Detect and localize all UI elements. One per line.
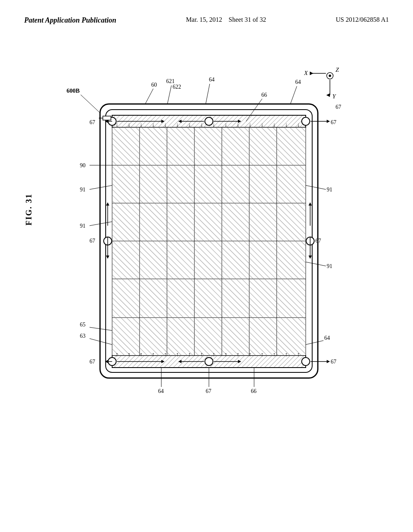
svg-rect-28 — [195, 128, 221, 165]
svg-rect-64 — [222, 318, 249, 355]
svg-text:64: 64 — [324, 335, 330, 341]
svg-rect-51 — [250, 241, 276, 278]
svg-line-159 — [306, 185, 326, 189]
svg-rect-31 — [277, 128, 305, 165]
svg-text:↑: ↑ — [176, 351, 179, 357]
svg-marker-132 — [309, 202, 312, 206]
svg-marker-114 — [178, 120, 181, 123]
svg-line-141 — [167, 85, 171, 104]
svg-text:↑: ↑ — [213, 351, 215, 357]
svg-text:↓: ↓ — [249, 122, 252, 128]
svg-rect-59 — [277, 279, 305, 317]
svg-rect-41 — [167, 204, 194, 241]
svg-text:66: 66 — [261, 92, 267, 98]
svg-line-167 — [90, 327, 112, 330]
svg-point-99 — [108, 117, 116, 125]
svg-point-106 — [306, 237, 314, 245]
svg-rect-36 — [222, 166, 249, 203]
svg-rect-13 — [112, 127, 306, 355]
svg-line-137 — [81, 95, 100, 113]
svg-text:621: 621 — [166, 78, 175, 84]
svg-rect-32 — [113, 166, 139, 203]
svg-rect-30 — [250, 128, 276, 165]
svg-text:↓: ↓ — [140, 122, 143, 128]
svg-text:91: 91 — [80, 187, 86, 193]
svg-point-103 — [205, 357, 213, 366]
svg-text:↑: ↑ — [249, 351, 252, 357]
svg-marker-126 — [327, 360, 330, 363]
svg-text:↓: ↓ — [261, 122, 264, 128]
svg-text:67: 67 — [331, 119, 336, 125]
svg-text:60: 60 — [151, 82, 157, 88]
svg-text:91: 91 — [327, 187, 332, 193]
svg-text:65: 65 — [80, 322, 86, 328]
svg-text:X: X — [304, 70, 308, 76]
svg-marker-128 — [106, 202, 109, 206]
svg-text:67: 67 — [90, 238, 95, 244]
svg-text:Y: Y — [332, 93, 336, 100]
svg-rect-47 — [140, 241, 167, 278]
svg-text:↑: ↑ — [164, 351, 167, 357]
svg-point-104 — [302, 357, 310, 366]
svg-marker-124 — [178, 360, 181, 363]
svg-text:64: 64 — [158, 388, 164, 394]
svg-rect-60 — [113, 318, 139, 355]
svg-marker-130 — [106, 256, 109, 259]
svg-text:64: 64 — [209, 77, 215, 83]
svg-point-101 — [302, 117, 310, 125]
svg-marker-122 — [238, 360, 241, 363]
svg-rect-38 — [277, 166, 305, 203]
svg-text:↑: ↑ — [237, 351, 240, 357]
svg-rect-48 — [167, 241, 194, 278]
svg-text:↓: ↓ — [200, 122, 203, 128]
svg-text:67: 67 — [315, 238, 321, 244]
svg-rect-33 — [140, 166, 167, 203]
svg-rect-40 — [140, 204, 167, 241]
svg-rect-52 — [277, 241, 305, 278]
svg-line-150 — [290, 86, 297, 104]
svg-text:91: 91 — [327, 263, 332, 269]
svg-rect-54 — [140, 279, 167, 317]
svg-line-169 — [306, 341, 323, 345]
svg-marker-108 — [161, 120, 165, 123]
svg-line-155 — [90, 185, 112, 189]
svg-text:↑: ↑ — [285, 351, 288, 357]
svg-text:67: 67 — [90, 119, 95, 125]
svg-line-165 — [90, 339, 112, 345]
svg-rect-39 — [113, 204, 139, 241]
svg-text:↓: ↓ — [164, 122, 167, 128]
svg-text:↑: ↑ — [188, 351, 191, 357]
svg-text:↑: ↑ — [116, 351, 119, 357]
svg-rect-66 — [277, 318, 305, 355]
svg-text:63: 63 — [80, 333, 86, 339]
svg-point-0 — [327, 73, 333, 79]
svg-text:67: 67 — [331, 359, 336, 365]
svg-text:67: 67 — [90, 359, 95, 365]
svg-text:↑: ↑ — [140, 351, 143, 357]
svg-rect-44 — [250, 204, 276, 241]
publication-label: Patent Application Publication — [24, 16, 116, 25]
patent-diagram: Z X Y — [65, 56, 359, 468]
figure-label: FIG. 31 — [24, 193, 33, 226]
svg-marker-116 — [327, 120, 330, 123]
svg-rect-57 — [222, 279, 249, 317]
svg-point-1 — [329, 75, 331, 77]
svg-text:67: 67 — [336, 104, 341, 110]
svg-text:↑: ↑ — [128, 351, 131, 357]
svg-text:↓: ↓ — [297, 122, 300, 128]
svg-rect-135 — [103, 116, 111, 120]
svg-marker-112 — [238, 120, 241, 123]
svg-rect-62 — [167, 318, 194, 355]
svg-rect-37 — [250, 166, 276, 203]
svg-marker-118 — [161, 360, 165, 363]
svg-rect-55 — [167, 279, 194, 317]
svg-rect-53 — [113, 279, 139, 317]
svg-text:↓: ↓ — [285, 122, 288, 128]
svg-text:64: 64 — [295, 79, 301, 85]
svg-point-105 — [104, 237, 112, 245]
svg-marker-134 — [309, 256, 312, 259]
svg-rect-56 — [195, 279, 221, 317]
svg-text:↓: ↓ — [237, 122, 240, 128]
svg-text:↑: ↑ — [200, 351, 203, 357]
svg-rect-29 — [222, 128, 249, 165]
